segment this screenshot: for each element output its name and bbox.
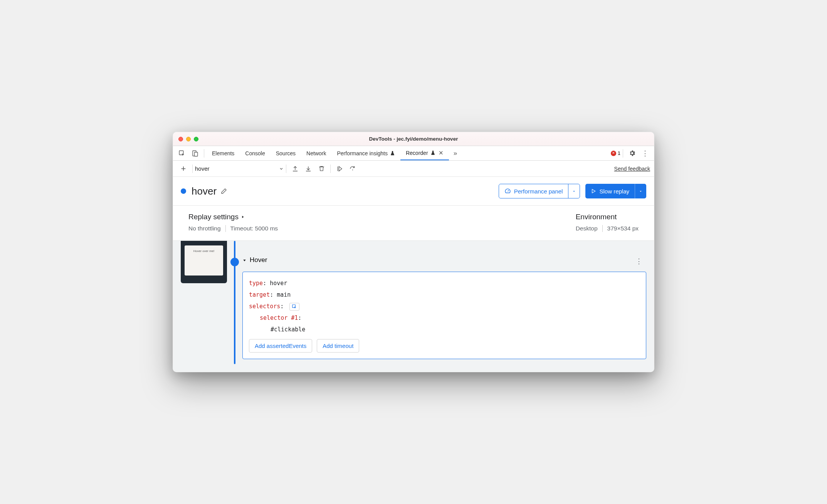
tab-label: Console	[245, 150, 265, 156]
step-header[interactable]: Hover	[242, 255, 646, 265]
chevron-down-icon	[279, 166, 284, 171]
import-icon[interactable]	[302, 162, 315, 175]
tab-label: Performance insights	[337, 150, 388, 156]
prop-key: target	[249, 291, 270, 298]
chevron-right-icon	[241, 215, 245, 219]
play-icon	[591, 188, 596, 194]
error-count: 1	[618, 150, 620, 156]
replay-settings-heading[interactable]: Replay settings	[188, 213, 278, 221]
screenshot-thumbnail[interactable]: Hover over me!	[181, 241, 227, 283]
tab-elements[interactable]: Elements	[207, 146, 240, 160]
dropdown-arrow-icon[interactable]	[568, 184, 580, 198]
recording-title: hover	[192, 185, 217, 197]
recording-selector[interactable]: hover	[195, 165, 284, 172]
svg-point-3	[352, 170, 353, 170]
tab-recorder[interactable]: Recorder ✕	[400, 146, 449, 160]
step-prop-row: type: hover	[249, 277, 640, 289]
step-icon[interactable]	[346, 162, 359, 175]
steps-area: Hover over me! ⋮ Hover type: hover targe…	[173, 241, 654, 372]
add-timeout-button[interactable]: Add timeout	[317, 339, 359, 353]
step-details-card: type: hover target: main selectors: sele…	[242, 272, 646, 359]
performance-panel-button[interactable]: Performance panel	[499, 184, 580, 198]
new-recording-icon[interactable]: +	[177, 162, 190, 175]
flask-icon	[430, 150, 435, 155]
kebab-menu-icon[interactable]: ⋮	[639, 147, 652, 160]
heading-label: Replay settings	[188, 213, 239, 221]
divider	[204, 149, 204, 158]
button-label: Performance panel	[514, 188, 563, 195]
devtools-window: DevTools - jec.fyi/demo/menu-hover Eleme…	[173, 132, 654, 372]
recording-status-dot	[181, 188, 186, 194]
timeout-value: Timeout: 5000 ms	[230, 225, 278, 232]
error-icon	[611, 151, 616, 156]
recording-name: hover	[195, 165, 210, 172]
button-label: Slow replay	[599, 188, 629, 195]
recording-header: hover Performance panel Slow replay	[173, 177, 654, 206]
step-menu-icon[interactable]: ⋮	[635, 257, 643, 265]
more-tabs-icon[interactable]: »	[449, 147, 462, 160]
tab-label: Recorder	[406, 150, 428, 156]
slow-replay-button[interactable]: Slow replay	[585, 184, 646, 198]
tab-sources[interactable]: Sources	[271, 146, 301, 160]
step-marker[interactable]	[230, 258, 239, 266]
dropdown-arrow-icon[interactable]	[635, 184, 646, 198]
prop-key: selector #1	[260, 314, 298, 321]
tab-network[interactable]: Network	[301, 146, 331, 160]
prop-value: main	[277, 291, 291, 298]
step-content: ⋮ Hover type: hover target: main selecto…	[242, 241, 646, 364]
throttling-value: No throttling	[188, 225, 221, 232]
prop-key: type	[249, 280, 263, 287]
prop-key: selectors	[249, 303, 280, 310]
close-tab-icon[interactable]: ✕	[439, 150, 444, 156]
viewport-value: 379×534 px	[607, 225, 639, 232]
step-prop-row: selectors:	[249, 301, 640, 312]
heading-label: Environment	[576, 213, 617, 221]
environment-heading: Environment	[576, 213, 639, 221]
tab-performance-insights[interactable]: Performance insights	[331, 146, 400, 160]
divider	[602, 225, 603, 232]
tab-label: Elements	[212, 150, 234, 156]
step-prop-row: target: main	[249, 289, 640, 301]
divider	[286, 165, 286, 173]
add-asserted-events-button[interactable]: Add assertedEvents	[249, 339, 312, 353]
step-prop-row: selector #1:	[249, 312, 640, 324]
edit-title-icon[interactable]	[220, 188, 227, 195]
divider	[330, 165, 331, 173]
device-value: Desktop	[576, 225, 598, 232]
error-indicator[interactable]: 1	[611, 150, 620, 156]
thumbnail-content: Hover over me!	[185, 245, 223, 276]
divider	[623, 149, 623, 158]
gauge-icon	[504, 188, 511, 195]
step-title: Hover	[250, 256, 267, 264]
send-feedback-link[interactable]: Send feedback	[614, 166, 650, 172]
divider	[225, 225, 226, 232]
tab-label: Sources	[276, 150, 296, 156]
card-actions: Add assertedEvents Add timeout	[249, 339, 640, 353]
main-toolbar: Elements Console Sources Network Perform…	[173, 146, 654, 161]
window-title: DevTools - jec.fyi/demo/menu-hover	[173, 136, 654, 142]
recorder-toolbar: + hover Send feedback	[173, 161, 654, 177]
svg-rect-2	[195, 152, 198, 156]
settings-gear-icon[interactable]	[625, 147, 639, 160]
timeline-track	[234, 241, 235, 364]
prop-value: hover	[270, 280, 287, 287]
continue-icon[interactable]	[333, 162, 346, 175]
flask-icon	[390, 151, 395, 156]
chevron-down-icon	[242, 258, 247, 262]
divider	[192, 165, 193, 173]
prop-value[interactable]: #clickable	[271, 326, 305, 333]
step-prop-row: #clickable	[249, 324, 640, 335]
tab-label: Network	[306, 150, 326, 156]
tab-console[interactable]: Console	[240, 146, 270, 160]
titlebar: DevTools - jec.fyi/demo/menu-hover	[173, 132, 654, 146]
thumbnail-label: Hover over me!	[193, 249, 215, 253]
device-toggle-icon[interactable]	[188, 147, 202, 160]
selector-picker-icon[interactable]	[289, 303, 299, 311]
export-icon[interactable]	[289, 162, 302, 175]
delete-icon[interactable]	[315, 162, 328, 175]
settings-row: Replay settings No throttling Timeout: 5…	[173, 206, 654, 241]
inspect-element-icon[interactable]	[175, 147, 188, 160]
